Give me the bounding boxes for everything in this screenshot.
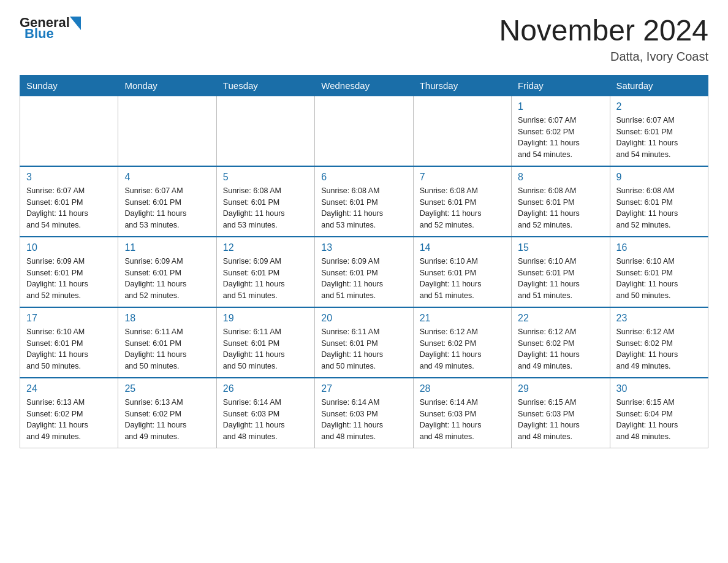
calendar-day: 5Sunrise: 6:08 AMSunset: 6:01 PMDaylight… (216, 166, 314, 237)
svg-marker-0 (70, 17, 81, 30)
calendar-week-5: 24Sunrise: 6:13 AMSunset: 6:02 PMDayligh… (20, 378, 708, 448)
day-info: Sunrise: 6:14 AMSunset: 6:03 PMDaylight:… (223, 397, 308, 443)
day-info: Sunrise: 6:09 AMSunset: 6:01 PMDaylight:… (223, 256, 308, 302)
calendar-day: 3Sunrise: 6:07 AMSunset: 6:01 PMDaylight… (20, 166, 118, 237)
calendar-day: 11Sunrise: 6:09 AMSunset: 6:01 PMDayligh… (118, 237, 216, 307)
day-info: Sunrise: 6:10 AMSunset: 6:01 PMDaylight:… (518, 256, 603, 302)
day-number: 5 (223, 172, 308, 183)
col-wednesday: Wednesday (315, 75, 413, 96)
calendar-day: 17Sunrise: 6:10 AMSunset: 6:01 PMDayligh… (20, 307, 118, 378)
calendar-day: 22Sunrise: 6:12 AMSunset: 6:02 PMDayligh… (512, 307, 610, 378)
day-info: Sunrise: 6:12 AMSunset: 6:02 PMDaylight:… (420, 326, 505, 372)
day-number: 27 (321, 383, 406, 394)
day-number: 8 (518, 172, 603, 183)
day-number: 28 (420, 383, 505, 394)
day-info: Sunrise: 6:15 AMSunset: 6:03 PMDaylight:… (518, 397, 603, 443)
month-title: November 2024 (499, 15, 708, 47)
day-info: Sunrise: 6:09 AMSunset: 6:01 PMDaylight:… (26, 256, 112, 302)
day-number: 29 (518, 383, 603, 394)
calendar-day (315, 96, 413, 166)
calendar-day (413, 96, 511, 166)
day-number: 25 (124, 383, 210, 394)
col-saturday: Saturday (610, 75, 708, 96)
page-header: General Blue November 2024 Datta, Ivory … (20, 15, 708, 64)
calendar-day: 8Sunrise: 6:08 AMSunset: 6:01 PMDaylight… (512, 166, 610, 237)
day-info: Sunrise: 6:10 AMSunset: 6:01 PMDaylight:… (616, 256, 702, 302)
location-title: Datta, Ivory Coast (499, 50, 708, 64)
day-info: Sunrise: 6:07 AMSunset: 6:01 PMDaylight:… (124, 185, 210, 231)
logo: General Blue (20, 15, 81, 42)
day-info: Sunrise: 6:12 AMSunset: 6:02 PMDaylight:… (518, 326, 603, 372)
logo-blue-text: Blue (25, 26, 54, 42)
day-number: 10 (26, 242, 112, 253)
calendar-day: 9Sunrise: 6:08 AMSunset: 6:01 PMDaylight… (610, 166, 708, 237)
calendar-day: 18Sunrise: 6:11 AMSunset: 6:01 PMDayligh… (118, 307, 216, 378)
col-monday: Monday (118, 75, 216, 96)
calendar-day: 7Sunrise: 6:08 AMSunset: 6:01 PMDaylight… (413, 166, 511, 237)
col-tuesday: Tuesday (216, 75, 314, 96)
day-number: 15 (518, 242, 603, 253)
day-info: Sunrise: 6:09 AMSunset: 6:01 PMDaylight:… (124, 256, 210, 302)
calendar-day: 25Sunrise: 6:13 AMSunset: 6:02 PMDayligh… (118, 378, 216, 448)
day-number: 7 (420, 172, 505, 183)
day-info: Sunrise: 6:11 AMSunset: 6:01 PMDaylight:… (321, 326, 406, 372)
day-number: 3 (26, 172, 112, 183)
day-info: Sunrise: 6:13 AMSunset: 6:02 PMDaylight:… (124, 397, 210, 443)
day-info: Sunrise: 6:08 AMSunset: 6:01 PMDaylight:… (518, 185, 603, 231)
day-number: 18 (124, 313, 210, 324)
day-number: 6 (321, 172, 406, 183)
day-info: Sunrise: 6:10 AMSunset: 6:01 PMDaylight:… (26, 326, 112, 372)
calendar-day: 26Sunrise: 6:14 AMSunset: 6:03 PMDayligh… (216, 378, 314, 448)
day-info: Sunrise: 6:07 AMSunset: 6:02 PMDaylight:… (518, 115, 603, 161)
day-number: 13 (321, 242, 406, 253)
day-info: Sunrise: 6:15 AMSunset: 6:04 PMDaylight:… (616, 397, 702, 443)
calendar-day: 15Sunrise: 6:10 AMSunset: 6:01 PMDayligh… (512, 237, 610, 307)
day-number: 14 (420, 242, 505, 253)
calendar-day: 4Sunrise: 6:07 AMSunset: 6:01 PMDaylight… (118, 166, 216, 237)
day-number: 12 (223, 242, 308, 253)
calendar-day: 19Sunrise: 6:11 AMSunset: 6:01 PMDayligh… (216, 307, 314, 378)
calendar-day (20, 96, 118, 166)
col-friday: Friday (512, 75, 610, 96)
day-number: 19 (223, 313, 308, 324)
calendar-day: 13Sunrise: 6:09 AMSunset: 6:01 PMDayligh… (315, 237, 413, 307)
calendar-table: Sunday Monday Tuesday Wednesday Thursday… (20, 75, 708, 448)
day-number: 23 (616, 313, 702, 324)
day-number: 17 (26, 313, 112, 324)
calendar-week-2: 3Sunrise: 6:07 AMSunset: 6:01 PMDaylight… (20, 166, 708, 237)
day-info: Sunrise: 6:11 AMSunset: 6:01 PMDaylight:… (223, 326, 308, 372)
day-info: Sunrise: 6:08 AMSunset: 6:01 PMDaylight:… (420, 185, 505, 231)
calendar-day: 21Sunrise: 6:12 AMSunset: 6:02 PMDayligh… (413, 307, 511, 378)
calendar-day (216, 96, 314, 166)
calendar-day: 24Sunrise: 6:13 AMSunset: 6:02 PMDayligh… (20, 378, 118, 448)
calendar-day: 1Sunrise: 6:07 AMSunset: 6:02 PMDaylight… (512, 96, 610, 166)
day-info: Sunrise: 6:08 AMSunset: 6:01 PMDaylight:… (616, 185, 702, 231)
day-info: Sunrise: 6:12 AMSunset: 6:02 PMDaylight:… (616, 326, 702, 372)
day-info: Sunrise: 6:08 AMSunset: 6:01 PMDaylight:… (223, 185, 308, 231)
day-number: 1 (518, 101, 603, 112)
day-number: 4 (124, 172, 210, 183)
day-info: Sunrise: 6:08 AMSunset: 6:01 PMDaylight:… (321, 185, 406, 231)
calendar-day: 20Sunrise: 6:11 AMSunset: 6:01 PMDayligh… (315, 307, 413, 378)
day-info: Sunrise: 6:14 AMSunset: 6:03 PMDaylight:… (420, 397, 505, 443)
day-info: Sunrise: 6:13 AMSunset: 6:02 PMDaylight:… (26, 397, 112, 443)
day-info: Sunrise: 6:07 AMSunset: 6:01 PMDaylight:… (26, 185, 112, 231)
calendar-week-1: 1Sunrise: 6:07 AMSunset: 6:02 PMDaylight… (20, 96, 708, 166)
day-info: Sunrise: 6:11 AMSunset: 6:01 PMDaylight:… (124, 326, 210, 372)
day-info: Sunrise: 6:10 AMSunset: 6:01 PMDaylight:… (420, 256, 505, 302)
calendar-day: 10Sunrise: 6:09 AMSunset: 6:01 PMDayligh… (20, 237, 118, 307)
calendar-week-4: 17Sunrise: 6:10 AMSunset: 6:01 PMDayligh… (20, 307, 708, 378)
day-number: 30 (616, 383, 702, 394)
day-number: 26 (223, 383, 308, 394)
calendar-day: 30Sunrise: 6:15 AMSunset: 6:04 PMDayligh… (610, 378, 708, 448)
calendar-header-row: Sunday Monday Tuesday Wednesday Thursday… (20, 75, 708, 96)
day-number: 16 (616, 242, 702, 253)
calendar-day (118, 96, 216, 166)
day-info: Sunrise: 6:07 AMSunset: 6:01 PMDaylight:… (616, 115, 702, 161)
calendar-day: 27Sunrise: 6:14 AMSunset: 6:03 PMDayligh… (315, 378, 413, 448)
day-number: 11 (124, 242, 210, 253)
calendar-day: 29Sunrise: 6:15 AMSunset: 6:03 PMDayligh… (512, 378, 610, 448)
calendar-day: 6Sunrise: 6:08 AMSunset: 6:01 PMDaylight… (315, 166, 413, 237)
calendar-week-3: 10Sunrise: 6:09 AMSunset: 6:01 PMDayligh… (20, 237, 708, 307)
calendar-day: 16Sunrise: 6:10 AMSunset: 6:01 PMDayligh… (610, 237, 708, 307)
